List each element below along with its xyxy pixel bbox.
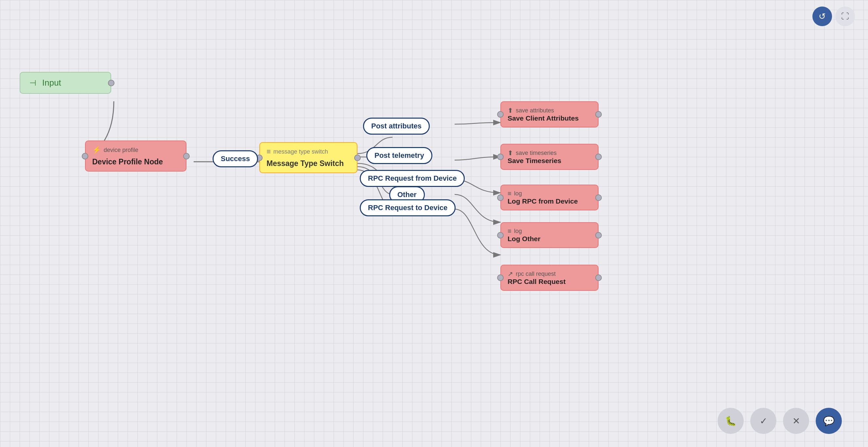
save-attributes-title: Save Client Attributes	[507, 114, 579, 122]
connections-layer	[0, 0, 868, 447]
log-other-node[interactable]: ≡ log Log Other	[500, 222, 598, 248]
log-rpc-header: log	[514, 190, 522, 197]
input-node-label: Input	[42, 78, 61, 88]
switch-output-port[interactable]	[354, 154, 361, 161]
rpc-call-title: RPC Call Request	[507, 278, 565, 285]
close-icon: ✕	[793, 416, 800, 426]
save-timeseries-node[interactable]: ⬆ save timeseries Save Timeseries	[500, 144, 598, 170]
rpc-call-input-port[interactable]	[497, 274, 504, 281]
save-ts-input-port[interactable]	[497, 153, 504, 160]
device-profile-input-port[interactable]	[82, 153, 88, 160]
flash-icon: ⚡	[92, 146, 101, 154]
post-telemetry-label: Post telemetry	[366, 147, 432, 164]
log-rpc-output-port[interactable]	[595, 195, 602, 201]
list-icon-1: ≡	[507, 190, 512, 197]
chat-button[interactable]: 💬	[816, 408, 842, 434]
log-other-input-port[interactable]	[497, 232, 504, 239]
input-node-output-port[interactable]	[108, 80, 115, 86]
save-client-attributes-node[interactable]: ⬆ save attributes Save Client Attributes	[500, 101, 598, 128]
rpc-call-output-port[interactable]	[595, 274, 602, 281]
save-timeseries-header: save timeseries	[516, 150, 557, 157]
log-rpc-input-port[interactable]	[497, 195, 504, 201]
log-other-header: log	[514, 228, 522, 235]
bug-icon: 🐛	[725, 416, 737, 426]
device-profile-title: Device Profile Node	[92, 158, 163, 166]
log-rpc-from-device-node[interactable]: ≡ log Log RPC from Device	[500, 184, 598, 210]
log-other-output-port[interactable]	[595, 232, 602, 239]
message-switch-node[interactable]: ≡ message type switch Message Type Switc…	[259, 142, 358, 173]
menu-icon: ≡	[267, 147, 271, 156]
save-ts-output-port[interactable]	[595, 153, 602, 160]
cancel-button[interactable]: ✕	[783, 408, 809, 434]
check-icon: ✓	[760, 416, 767, 426]
switch-header: message type switch	[273, 148, 328, 155]
rpc-to-device-label: RPC Request to Device	[360, 199, 456, 216]
save-attr-output-port[interactable]	[595, 111, 602, 117]
flow-canvas: ⊣ Input ⚡ device profile Device Profile …	[0, 0, 868, 447]
rpc-call-header: rpc call request	[516, 271, 556, 277]
log-rpc-title: Log RPC from Device	[507, 197, 578, 205]
save-attributes-header: save attributes	[516, 107, 554, 114]
confirm-button[interactable]: ✓	[750, 408, 776, 434]
debug-button[interactable]: 🐛	[718, 408, 744, 434]
switch-title: Message Type Switch	[267, 159, 344, 168]
save-timeseries-title: Save Timeseries	[507, 157, 561, 165]
list-icon-2: ≡	[507, 228, 512, 235]
fullscreen-button[interactable]: ⛶	[835, 6, 855, 26]
success-label: Success	[213, 150, 258, 167]
top-toolbar: ↺ ⛶	[812, 6, 855, 26]
rpc-call-request-node[interactable]: ↗ rpc call request RPC Call Request	[500, 265, 598, 291]
chat-icon: 💬	[823, 416, 835, 426]
upload-icon-2: ⬆	[507, 149, 513, 157]
input-node[interactable]: ⊣ Input	[20, 72, 111, 94]
history-icon: ↺	[818, 11, 826, 22]
rpc-from-device-label: RPC Request from Device	[360, 170, 465, 187]
fullscreen-icon: ⛶	[841, 12, 849, 21]
post-attributes-label: Post attributes	[363, 117, 430, 135]
login-icon: ⊣	[29, 78, 36, 88]
device-profile-output-port[interactable]	[183, 153, 190, 160]
device-profile-node[interactable]: ⚡ device profile Device Profile Node	[85, 140, 186, 172]
upload-icon-1: ⬆	[507, 106, 513, 114]
device-profile-header: device profile	[104, 147, 138, 153]
log-other-title: Log Other	[507, 235, 540, 243]
bottom-toolbar: 🐛 ✓ ✕ 💬	[718, 408, 842, 434]
save-attr-input-port[interactable]	[497, 111, 504, 117]
arrow-icon: ↗	[507, 270, 513, 278]
history-button[interactable]: ↺	[812, 6, 832, 26]
